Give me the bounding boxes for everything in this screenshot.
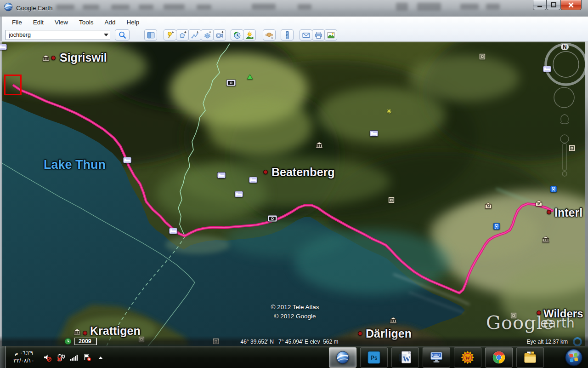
map-viewport[interactable]: N MM SigriswilLake ThunBeatenbergKrattig… [0, 41, 588, 346]
search-button[interactable] [115, 29, 130, 40]
taskbar-app-word[interactable]: W [391, 347, 419, 368]
photoshop-icon: Ps [367, 351, 381, 364]
sidebar-icon [147, 31, 155, 40]
record-tour-button[interactable] [213, 29, 226, 40]
show-desktop-button[interactable] [0, 346, 6, 368]
windows-logo-icon [564, 348, 583, 367]
polygon-icon [178, 31, 187, 40]
menu-item-help[interactable]: Help [121, 17, 145, 29]
path-button[interactable] [188, 29, 201, 40]
dot-icon[interactable] [51, 56, 56, 61]
network-signal-icon[interactable] [69, 352, 79, 362]
minimize-button[interactable] [533, 0, 547, 10]
place-label-interlaken[interactable]: Interl [554, 206, 582, 219]
bank-icon[interactable] [73, 328, 81, 335]
dot-icon[interactable] [263, 170, 268, 175]
maximize-button[interactable] [547, 0, 560, 10]
taskbar-app-photoshop[interactable]: Ps [360, 347, 388, 368]
clock-time: ٠٦:٢٩ م [8, 349, 40, 357]
planets-button[interactable] [263, 29, 276, 40]
google-earth-logo-icon [4, 2, 13, 13]
system-tray [42, 346, 106, 368]
title-bar[interactable]: Google Earth [0, 0, 588, 17]
ruler-button[interactable] [281, 29, 294, 40]
bed-icon[interactable] [249, 177, 258, 183]
place-label-beatenberg[interactable]: Beatenberg [271, 166, 335, 179]
camera-icon[interactable] [268, 215, 277, 222]
bank-icon[interactable] [542, 236, 550, 243]
station-icon[interactable] [493, 223, 500, 230]
bed-icon[interactable] [217, 172, 226, 178]
bed-icon[interactable] [169, 228, 178, 234]
show-hidden-icon[interactable] [96, 352, 106, 362]
dot-icon[interactable] [83, 331, 88, 336]
bed-icon[interactable] [0, 44, 7, 50]
image-overlay-button[interactable] [201, 29, 214, 40]
coordinates-readout: 46° 39.652' N 7° 45.094' E elev 562 m [241, 339, 339, 345]
taskbar-app-winrar[interactable]: W [454, 347, 481, 368]
imagery-year: 2009 [74, 338, 97, 345]
email-button[interactable] [300, 29, 312, 40]
google-earth-icon [336, 351, 350, 364]
window-border-right[interactable] [585, 41, 588, 346]
explorer-folder-icon [523, 351, 537, 364]
selection-rectangle [4, 75, 22, 95]
museum-m-icon[interactable]: M [485, 202, 492, 209]
polygon-button[interactable] [176, 29, 189, 40]
station-icon[interactable] [550, 186, 557, 193]
bed-icon[interactable] [370, 130, 379, 137]
sunlight-button[interactable] [243, 29, 256, 40]
svg-text:M: M [487, 204, 490, 208]
taskbar-app-explorer-folder[interactable] [516, 347, 544, 368]
camera-icon[interactable] [226, 80, 236, 86]
volume-muted-icon[interactable] [42, 352, 52, 362]
square-icon[interactable] [569, 145, 575, 151]
close-button[interactable] [560, 0, 582, 10]
save-image-button[interactable] [324, 29, 337, 40]
bed-icon[interactable] [235, 191, 243, 197]
chrome-icon [492, 351, 506, 364]
bank-icon[interactable] [315, 142, 323, 149]
print-icon [314, 31, 323, 40]
bank-icon[interactable] [42, 55, 50, 62]
museum-m-icon[interactable]: M [535, 200, 543, 207]
placemark-button[interactable] [164, 29, 176, 40]
square-icon[interactable] [480, 54, 486, 60]
taskbar-app-chrome[interactable] [485, 347, 513, 368]
bed-icon[interactable] [123, 157, 132, 163]
square-icon[interactable] [389, 197, 395, 203]
menu-item-file[interactable]: File [6, 17, 28, 29]
word-icon: W [398, 351, 412, 364]
dot-icon[interactable] [547, 210, 552, 215]
spark-icon[interactable] [387, 109, 391, 114]
time-slider[interactable]: 2009 [64, 338, 97, 345]
dot-icon[interactable] [358, 331, 363, 336]
action-center-icon[interactable] [82, 352, 92, 362]
search-input[interactable] [6, 32, 102, 38]
place-label-sigriswil[interactable]: Sigriswil [60, 51, 107, 64]
eye-altitude: Eye alt 12.37 km [527, 339, 568, 345]
taskbar-clock[interactable]: ٠٦:٢٩ م ٣٣/٠٨/١٠ [8, 349, 40, 365]
historical-imagery-button[interactable] [231, 29, 243, 40]
taskbar-app-google-earth[interactable] [329, 347, 356, 368]
menu-item-add[interactable]: Add [99, 17, 121, 29]
bed-icon[interactable] [543, 66, 552, 72]
menu-item-tools[interactable]: Tools [74, 17, 99, 29]
email-icon [302, 31, 311, 40]
battery-error-icon[interactable] [56, 352, 66, 362]
taskbar-app-on-screen-keyboard[interactable] [423, 347, 450, 368]
record-tour-icon [215, 31, 224, 40]
menu-item-view[interactable]: View [49, 17, 74, 29]
sidebar-button[interactable] [144, 29, 157, 40]
place-label-lake-thun: Lake Thun [44, 158, 106, 172]
start-button[interactable] [563, 347, 584, 368]
peak-icon[interactable] [247, 74, 253, 80]
search-dropdown-arrow[interactable] [102, 30, 110, 40]
print-button[interactable] [312, 29, 325, 40]
bank-icon[interactable] [389, 317, 397, 324]
toolbar [0, 29, 588, 41]
on-screen-keyboard-icon [430, 351, 443, 364]
search-box[interactable] [6, 30, 110, 40]
compass-north-label[interactable]: N [561, 44, 569, 50]
menu-item-edit[interactable]: Edit [28, 17, 49, 29]
